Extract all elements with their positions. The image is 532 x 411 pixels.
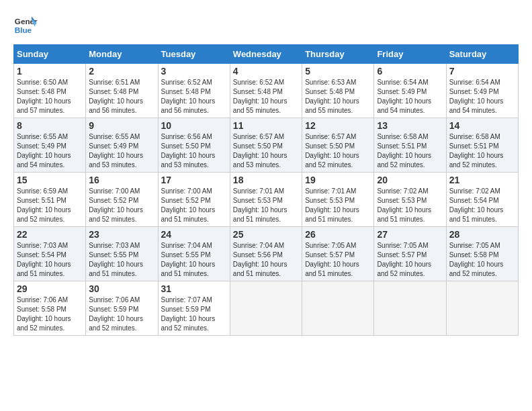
day-cell: 9Sunrise: 6:55 AM Sunset: 5:49 PM Daylig… xyxy=(86,118,158,173)
day-info: Sunrise: 6:55 AM Sunset: 5:49 PM Dayligh… xyxy=(17,132,83,170)
day-number: 19 xyxy=(305,175,371,185)
column-header-sunday: Sunday xyxy=(14,45,86,64)
day-number: 26 xyxy=(305,229,371,240)
day-number: 7 xyxy=(449,66,515,77)
day-cell: 26Sunrise: 7:05 AM Sunset: 5:57 PM Dayli… xyxy=(302,227,374,281)
day-number: 14 xyxy=(449,120,515,131)
day-cell: 13Sunrise: 6:58 AM Sunset: 5:51 PM Dayli… xyxy=(374,118,446,173)
day-info: Sunrise: 6:50 AM Sunset: 5:48 PM Dayligh… xyxy=(17,78,83,116)
day-cell: 17Sunrise: 7:00 AM Sunset: 5:52 PM Dayli… xyxy=(158,173,230,227)
day-cell: 27Sunrise: 7:05 AM Sunset: 5:57 PM Dayli… xyxy=(374,227,446,281)
column-header-wednesday: Wednesday xyxy=(230,45,302,64)
day-info: Sunrise: 7:03 AM Sunset: 5:55 PM Dayligh… xyxy=(89,241,154,279)
day-number: 9 xyxy=(89,120,154,131)
header: General Blue xyxy=(13,13,519,38)
column-header-monday: Monday xyxy=(86,45,158,64)
column-header-saturday: Saturday xyxy=(446,45,518,64)
day-info: Sunrise: 6:59 AM Sunset: 5:51 PM Dayligh… xyxy=(17,187,83,224)
day-number: 30 xyxy=(89,283,154,294)
week-row-4: 22Sunrise: 7:03 AM Sunset: 5:54 PM Dayli… xyxy=(14,227,519,281)
day-cell: 4Sunrise: 6:52 AM Sunset: 5:48 PM Daylig… xyxy=(230,64,302,118)
day-number: 17 xyxy=(161,175,227,185)
day-number: 5 xyxy=(305,66,371,77)
day-number: 12 xyxy=(305,120,371,131)
week-row-2: 8Sunrise: 6:55 AM Sunset: 5:49 PM Daylig… xyxy=(14,118,519,173)
day-number: 25 xyxy=(233,229,299,240)
day-info: Sunrise: 6:54 AM Sunset: 5:49 PM Dayligh… xyxy=(449,78,515,116)
day-info: Sunrise: 7:06 AM Sunset: 5:59 PM Dayligh… xyxy=(89,295,154,333)
day-cell: 15Sunrise: 6:59 AM Sunset: 5:51 PM Dayli… xyxy=(14,173,86,227)
day-cell: 5Sunrise: 6:53 AM Sunset: 5:48 PM Daylig… xyxy=(302,64,374,118)
day-info: Sunrise: 7:04 AM Sunset: 5:56 PM Dayligh… xyxy=(233,241,299,279)
day-cell: 21Sunrise: 7:02 AM Sunset: 5:54 PM Dayli… xyxy=(446,173,518,227)
week-row-3: 15Sunrise: 6:59 AM Sunset: 5:51 PM Dayli… xyxy=(14,173,519,227)
day-number: 3 xyxy=(161,66,227,77)
day-cell xyxy=(374,281,446,336)
logo: General Blue xyxy=(13,13,38,38)
day-info: Sunrise: 7:05 AM Sunset: 5:58 PM Dayligh… xyxy=(449,241,515,279)
day-number: 24 xyxy=(161,229,227,240)
day-info: Sunrise: 6:58 AM Sunset: 5:51 PM Dayligh… xyxy=(377,132,443,170)
day-number: 20 xyxy=(377,175,443,185)
day-info: Sunrise: 6:54 AM Sunset: 5:49 PM Dayligh… xyxy=(377,78,443,116)
day-cell: 18Sunrise: 7:01 AM Sunset: 5:53 PM Dayli… xyxy=(230,173,302,227)
day-info: Sunrise: 6:53 AM Sunset: 5:48 PM Dayligh… xyxy=(305,78,371,116)
day-cell: 1Sunrise: 6:50 AM Sunset: 5:48 PM Daylig… xyxy=(14,64,86,118)
day-cell: 25Sunrise: 7:04 AM Sunset: 5:56 PM Dayli… xyxy=(230,227,302,281)
header-row: SundayMondayTuesdayWednesdayThursdayFrid… xyxy=(14,45,519,64)
day-cell: 8Sunrise: 6:55 AM Sunset: 5:49 PM Daylig… xyxy=(14,118,86,173)
day-number: 28 xyxy=(449,229,515,240)
week-row-1: 1Sunrise: 6:50 AM Sunset: 5:48 PM Daylig… xyxy=(14,64,519,118)
day-cell: 6Sunrise: 6:54 AM Sunset: 5:49 PM Daylig… xyxy=(374,64,446,118)
day-info: Sunrise: 7:01 AM Sunset: 5:53 PM Dayligh… xyxy=(305,187,371,224)
column-header-tuesday: Tuesday xyxy=(158,45,230,64)
day-number: 8 xyxy=(17,120,83,131)
day-number: 18 xyxy=(233,175,299,185)
day-cell xyxy=(230,281,302,336)
day-info: Sunrise: 6:57 AM Sunset: 5:50 PM Dayligh… xyxy=(233,132,299,170)
day-number: 11 xyxy=(233,120,299,131)
day-number: 15 xyxy=(17,175,83,185)
week-row-5: 29Sunrise: 7:06 AM Sunset: 5:58 PM Dayli… xyxy=(14,281,519,336)
svg-text:Blue: Blue xyxy=(15,26,32,34)
day-info: Sunrise: 7:05 AM Sunset: 5:57 PM Dayligh… xyxy=(377,241,443,279)
day-cell: 11Sunrise: 6:57 AM Sunset: 5:50 PM Dayli… xyxy=(230,118,302,173)
day-info: Sunrise: 6:51 AM Sunset: 5:48 PM Dayligh… xyxy=(89,78,154,116)
day-info: Sunrise: 7:03 AM Sunset: 5:54 PM Dayligh… xyxy=(17,241,83,279)
day-number: 22 xyxy=(17,229,83,240)
day-number: 23 xyxy=(89,229,154,240)
day-cell: 23Sunrise: 7:03 AM Sunset: 5:55 PM Dayli… xyxy=(86,227,158,281)
day-number: 27 xyxy=(377,229,443,240)
day-cell: 30Sunrise: 7:06 AM Sunset: 5:59 PM Dayli… xyxy=(86,281,158,336)
day-number: 1 xyxy=(17,66,83,77)
day-number: 10 xyxy=(161,120,227,131)
day-cell: 28Sunrise: 7:05 AM Sunset: 5:58 PM Dayli… xyxy=(446,227,518,281)
day-info: Sunrise: 7:04 AM Sunset: 5:55 PM Dayligh… xyxy=(161,241,227,279)
day-cell: 29Sunrise: 7:06 AM Sunset: 5:58 PM Dayli… xyxy=(14,281,86,336)
day-info: Sunrise: 6:55 AM Sunset: 5:49 PM Dayligh… xyxy=(89,132,154,170)
day-info: Sunrise: 6:52 AM Sunset: 5:48 PM Dayligh… xyxy=(161,78,227,116)
logo-icon: General Blue xyxy=(13,13,38,38)
day-info: Sunrise: 7:01 AM Sunset: 5:53 PM Dayligh… xyxy=(233,187,299,224)
day-number: 2 xyxy=(89,66,154,77)
day-info: Sunrise: 6:56 AM Sunset: 5:50 PM Dayligh… xyxy=(161,132,227,170)
day-info: Sunrise: 7:02 AM Sunset: 5:54 PM Dayligh… xyxy=(449,187,515,224)
day-cell: 2Sunrise: 6:51 AM Sunset: 5:48 PM Daylig… xyxy=(86,64,158,118)
day-info: Sunrise: 6:57 AM Sunset: 5:50 PM Dayligh… xyxy=(305,132,371,170)
day-number: 13 xyxy=(377,120,443,131)
day-cell: 10Sunrise: 6:56 AM Sunset: 5:50 PM Dayli… xyxy=(158,118,230,173)
day-cell: 31Sunrise: 7:07 AM Sunset: 5:59 PM Dayli… xyxy=(158,281,230,336)
day-cell xyxy=(446,281,518,336)
day-number: 16 xyxy=(89,175,154,185)
day-cell: 22Sunrise: 7:03 AM Sunset: 5:54 PM Dayli… xyxy=(14,227,86,281)
day-cell xyxy=(302,281,374,336)
day-cell: 7Sunrise: 6:54 AM Sunset: 5:49 PM Daylig… xyxy=(446,64,518,118)
column-header-thursday: Thursday xyxy=(302,45,374,64)
day-cell: 19Sunrise: 7:01 AM Sunset: 5:53 PM Dayli… xyxy=(302,173,374,227)
day-cell: 16Sunrise: 7:00 AM Sunset: 5:52 PM Dayli… xyxy=(86,173,158,227)
day-info: Sunrise: 6:58 AM Sunset: 5:51 PM Dayligh… xyxy=(449,132,515,170)
day-number: 31 xyxy=(161,283,227,294)
calendar-table: SundayMondayTuesdayWednesdayThursdayFrid… xyxy=(13,44,519,336)
day-number: 6 xyxy=(377,66,443,77)
day-cell: 14Sunrise: 6:58 AM Sunset: 5:51 PM Dayli… xyxy=(446,118,518,173)
